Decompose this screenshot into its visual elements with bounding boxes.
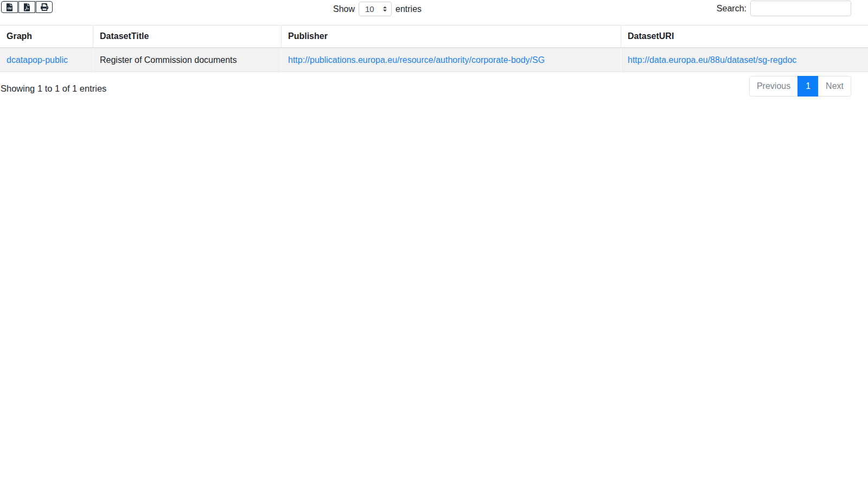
publisher-link[interactable]: http://publications.europa.eu/resource/a… xyxy=(288,55,545,65)
pagination-previous[interactable]: Previous xyxy=(749,76,798,97)
search-control: Search: xyxy=(717,1,851,16)
pagination-page-1[interactable]: 1 xyxy=(797,76,819,97)
dataset-uri-cell: http://data.europa.eu/88u/dataset/sg-reg… xyxy=(621,48,868,72)
pagination: Previous 1 Next xyxy=(749,76,851,97)
table-toolbar: Show 10 entries Search: xyxy=(0,0,868,25)
table-row: dcatapop-public Register of Commission d… xyxy=(0,48,868,72)
column-header-dataset-title: DatasetTitle xyxy=(93,25,282,48)
file-csv-icon xyxy=(7,3,12,11)
print-button[interactable] xyxy=(36,1,53,13)
print-icon xyxy=(41,3,48,11)
table-header-row: Graph DatasetTitle Publisher DatasetURI xyxy=(0,25,868,48)
table-footer: Showing 1 to 1 of 1 entries Previous 1 N… xyxy=(0,72,868,115)
column-header-dataset-uri: DatasetURI xyxy=(621,25,868,48)
column-header-publisher: Publisher xyxy=(282,25,621,48)
show-label: Show xyxy=(333,4,355,14)
table-info: Showing 1 to 1 of 1 entries xyxy=(1,84,106,94)
datasets-table: Graph DatasetTitle Publisher DatasetURI … xyxy=(0,25,868,72)
pagination-next[interactable]: Next xyxy=(818,76,851,97)
export-pdf-button[interactable] xyxy=(18,1,35,13)
file-pdf-icon xyxy=(24,3,30,11)
graph-link[interactable]: dcatapop-public xyxy=(7,55,68,65)
export-csv-button[interactable] xyxy=(1,1,18,13)
datatable-page: Show 10 entries Search: xyxy=(0,0,868,488)
dataset-uri-link[interactable]: http://data.europa.eu/88u/dataset/sg-reg… xyxy=(628,55,796,65)
graph-cell: dcatapop-public xyxy=(0,48,93,72)
export-button-group xyxy=(1,1,53,13)
page-length-control: Show 10 entries xyxy=(333,2,422,16)
column-header-graph: Graph xyxy=(0,25,93,48)
entries-label: entries xyxy=(395,4,422,14)
publisher-cell: http://publications.europa.eu/resource/a… xyxy=(282,48,621,72)
dataset-title-cell: Register of Commission documents xyxy=(93,48,282,72)
page-length-select[interactable]: 10 xyxy=(359,2,392,16)
search-input[interactable] xyxy=(750,1,851,16)
page-length-select-wrap: 10 xyxy=(359,2,392,16)
search-label: Search: xyxy=(717,4,746,14)
